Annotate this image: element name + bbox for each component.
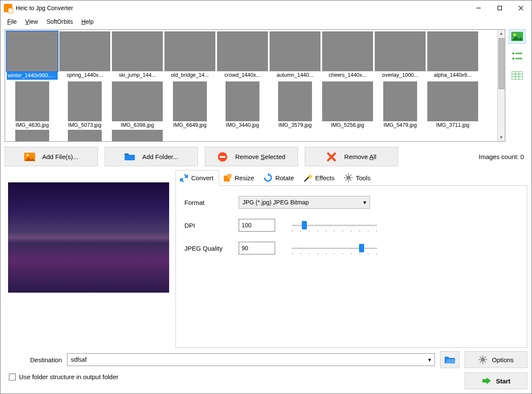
scrollbar-track[interactable] (498, 89, 505, 134)
dpi-slider[interactable] (292, 220, 377, 230)
svg-line-37 (480, 357, 481, 358)
thumbnail-item[interactable]: cheers_1440x... (322, 31, 373, 80)
slider-thumb[interactable] (302, 221, 307, 229)
thumbnail-item[interactable]: autumn_1440... (270, 31, 320, 80)
slider-track (292, 248, 377, 249)
add-files-label: Add File(s)... (42, 153, 78, 160)
thumbnail-image (427, 81, 478, 121)
chevron-down-icon: ▾ (363, 199, 366, 206)
add-files-button[interactable]: Add File(s)... (5, 147, 98, 166)
minimize-button[interactable] (468, 0, 489, 16)
tab-resize[interactable]: Resize (219, 170, 260, 185)
thumbnail-label: ski_jump_144... (112, 72, 163, 78)
tab-effects-label: Effects (315, 174, 335, 182)
browse-destination-button[interactable] (440, 351, 460, 368)
tab-convert[interactable]: Convert (175, 170, 219, 186)
menu-help[interactable]: Help (78, 17, 97, 27)
options-button[interactable]: Options (465, 351, 527, 368)
thumbnail-item[interactable]: ski_jump_144... (112, 31, 163, 80)
thumbnail-item[interactable] (112, 130, 163, 141)
destination-combo[interactable]: sdfsaf ▾ (67, 353, 435, 366)
thumbnail-image (112, 31, 163, 71)
tools-icon (344, 173, 353, 182)
thumbnail-item[interactable]: alpha_1440x9... (427, 31, 478, 80)
thumbnail-item[interactable]: IMG_6649.jpg (164, 81, 215, 128)
thumbnail-item[interactable]: IMG_3579.jpg (270, 81, 320, 128)
thumbnail-label: alpha_1440x9... (427, 72, 478, 78)
tab-tools[interactable]: Tools (340, 170, 376, 185)
thumbnail-item[interactable]: IMG_5256.jpg (322, 81, 373, 128)
svg-line-40 (485, 357, 486, 358)
thumbnail-item[interactable]: crowd_1440x... (217, 31, 268, 80)
thumbnail-image (375, 31, 426, 71)
scroll-up-icon[interactable]: ▲ (498, 30, 505, 37)
format-value: JPG (*.jpg) JPEG Bitmap (242, 199, 309, 206)
view-thumbnails-button[interactable] (509, 29, 526, 44)
remove-all-button[interactable]: Remove All (305, 147, 398, 166)
add-files-icon (24, 152, 34, 161)
thumbnail-item[interactable]: IMG_3711.jpg (427, 81, 478, 128)
images-count-label: Images count: 0 (479, 153, 524, 160)
thumbnail-item[interactable]: IMG_5073.jpg (59, 81, 110, 128)
thumbnail-label: autumn_1440... (270, 72, 320, 78)
svg-point-32 (481, 358, 485, 362)
thumbnail-label: old_bridge_14... (164, 72, 215, 78)
svg-rect-10 (512, 71, 523, 80)
tab-rotate[interactable]: Rotate (259, 170, 299, 185)
thumbnail-item[interactable]: IMG_4630.jpg (7, 81, 58, 128)
convert-icon (179, 173, 189, 183)
quality-slider[interactable] (292, 243, 377, 253)
svg-line-29 (350, 179, 351, 181)
view-grid-button[interactable] (509, 68, 526, 83)
format-select[interactable]: JPG (*.jpg) JPEG Bitmap ▾ (239, 196, 370, 209)
slider-thumb[interactable] (359, 244, 364, 252)
thumbnail-item[interactable]: IMG_5479.jpg (375, 81, 426, 128)
thumbnail-label: IMG_6398.jpg (112, 122, 163, 128)
scrollbar-handle[interactable] (499, 38, 504, 89)
start-icon (482, 377, 492, 385)
menubar: File View SoftOrbits Help (0, 16, 532, 28)
use-folder-structure-checkbox[interactable] (9, 374, 16, 380)
thumbnail-item[interactable]: old_bridge_14... (164, 31, 215, 80)
thumbnail-image (68, 81, 102, 121)
menu-file[interactable]: File (4, 17, 20, 27)
thumbnail-label: IMG_5479.jpg (375, 122, 426, 128)
thumbnail-item[interactable] (59, 130, 110, 141)
thumbnail-scrollbar[interactable]: ▲ ▼ (497, 30, 505, 141)
thumbnail-item[interactable]: IMG_3440.jpg (217, 81, 268, 128)
add-folder-button[interactable]: Add Folder... (105, 147, 198, 166)
options-label: Options (492, 356, 514, 363)
start-button[interactable]: Start (465, 372, 527, 389)
thumbnail-image (112, 130, 163, 141)
menu-view[interactable]: View (22, 17, 42, 27)
destination-value: sdfsaf (71, 356, 86, 363)
thumbnail-image (112, 81, 163, 121)
remove-selected-button[interactable]: Remove Selected (205, 147, 298, 166)
thumbnail-item[interactable]: spring_1440x... (59, 31, 110, 80)
svg-point-16 (26, 154, 29, 156)
thumbnail-image (383, 81, 417, 121)
svg-line-38 (485, 361, 486, 363)
dpi-input[interactable] (239, 219, 275, 232)
view-list-button[interactable] (509, 49, 526, 63)
thumbnail-image (427, 31, 478, 71)
svg-line-31 (350, 175, 351, 176)
thumbnail-scroll[interactable]: winter_1440x960.heicspring_1440x...ski_j… (5, 30, 497, 141)
maximize-button[interactable] (489, 0, 510, 16)
menu-softorbits[interactable]: SoftOrbits (43, 17, 76, 27)
tab-effects[interactable]: Effects (300, 170, 340, 185)
thumbnail-image (173, 81, 207, 121)
svg-point-6 (513, 53, 515, 55)
svg-point-5 (513, 34, 516, 36)
thumbnail-item[interactable] (7, 130, 58, 141)
thumbnail-item[interactable]: IMG_6398.jpg (112, 81, 163, 128)
thumbnail-item[interactable]: winter_1440x960.heic (7, 31, 58, 80)
scroll-down-icon[interactable]: ▼ (498, 134, 505, 141)
thumbnail-image (15, 81, 49, 121)
start-label: Start (496, 377, 510, 385)
thumbnail-item[interactable]: overlay_1000... (375, 31, 426, 80)
quality-input[interactable] (239, 242, 275, 254)
close-button[interactable] (510, 0, 532, 16)
thumbnail-image (59, 31, 110, 71)
add-folder-label: Add Folder... (142, 153, 178, 160)
